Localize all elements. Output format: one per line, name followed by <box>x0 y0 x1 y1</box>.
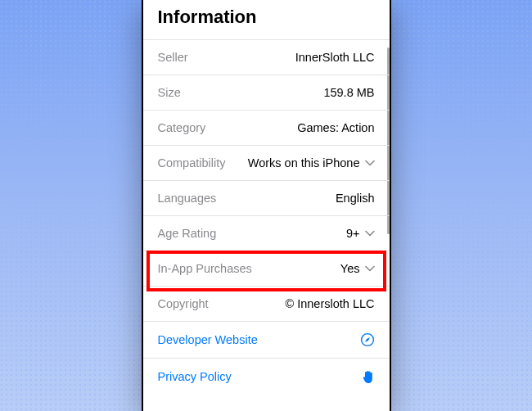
phone-frame: Information Seller InnerSloth LLC Size 1… <box>142 0 391 411</box>
label-compatibility: Compatibility <box>158 156 226 169</box>
compass-icon <box>360 332 375 347</box>
value-languages: English <box>336 192 375 205</box>
value-copyright: © Innersloth LLC <box>285 297 374 310</box>
label-languages: Languages <box>158 192 217 205</box>
row-size: Size 159.8 MB <box>143 75 390 110</box>
link-privacy-policy: Privacy Policy <box>158 370 232 383</box>
chevron-down-icon <box>365 158 375 168</box>
row-category: Category Games: Action <box>143 110 390 145</box>
value-iap: Yes <box>340 262 375 275</box>
information-panel: Information Seller InnerSloth LLC Size 1… <box>143 0 390 395</box>
chevron-down-icon <box>365 228 375 238</box>
row-developer-website[interactable]: Developer Website <box>143 321 390 358</box>
row-compatibility[interactable]: Compatibility Works on this iPhone <box>143 145 390 180</box>
value-compatibility: Works on this iPhone <box>248 156 375 169</box>
value-size: 159.8 MB <box>323 86 374 99</box>
row-privacy-policy[interactable]: Privacy Policy <box>143 358 390 395</box>
label-age-rating: Age Rating <box>158 227 217 240</box>
row-languages: Languages English <box>143 180 390 215</box>
link-developer-website: Developer Website <box>158 333 258 346</box>
label-category: Category <box>158 121 206 134</box>
value-seller: InnerSloth LLC <box>295 51 375 64</box>
row-age-rating[interactable]: Age Rating 9+ <box>143 215 390 251</box>
label-iap: In-App Purchases <box>158 262 252 275</box>
row-copyright: Copyright © Innersloth LLC <box>143 286 390 321</box>
label-seller: Seller <box>158 51 188 64</box>
row-in-app-purchases[interactable]: In-App Purchases Yes <box>143 251 390 286</box>
chevron-down-icon <box>365 264 375 273</box>
value-age-rating: 9+ <box>346 227 375 240</box>
page-title: Information <box>143 0 390 39</box>
row-seller: Seller InnerSloth LLC <box>143 39 390 75</box>
label-size: Size <box>158 86 181 99</box>
value-category: Games: Action <box>297 121 374 134</box>
label-copyright: Copyright <box>158 297 209 310</box>
hand-icon <box>362 369 375 384</box>
